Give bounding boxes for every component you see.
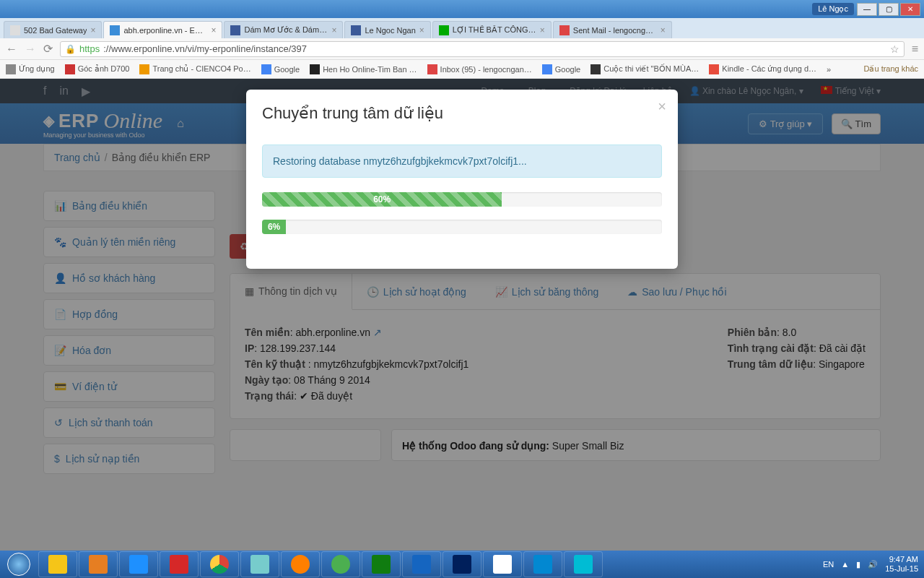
tab-gmail[interactable]: Sent Mail - lengocngan@g…× bbox=[553, 21, 672, 38]
maximize-button[interactable]: ▢ bbox=[879, 3, 899, 16]
bookmark-item[interactable]: Trang chủ - CIENCO4 Po… bbox=[139, 64, 250, 74]
taskbar-chrome[interactable] bbox=[200, 551, 239, 577]
forward-button[interactable]: → bbox=[25, 43, 36, 56]
taskbar-app[interactable] bbox=[79, 551, 118, 577]
transfer-dc-modal: × Chuyển trung tâm dữ liệu Restoring dat… bbox=[246, 90, 678, 269]
taskbar-app[interactable] bbox=[240, 551, 279, 577]
tab-facebook-2[interactable]: Le Ngoc Ngan× bbox=[344, 21, 430, 38]
tab-article[interactable]: LỢI THẾ BẤT CÔNG _ Tí…× bbox=[432, 21, 552, 38]
bookmark-item[interactable]: Cuộc thi viết "BỐN MÙA… bbox=[590, 64, 699, 74]
window-titlebar: Lê Ngọc — ▢ ✕ bbox=[0, 0, 924, 18]
tray-volume-icon[interactable]: 🔊 bbox=[868, 560, 878, 569]
tray-up-icon[interactable]: ▲ bbox=[841, 560, 849, 569]
taskbar-app[interactable] bbox=[160, 551, 199, 577]
apps-shortcut[interactable]: Ứng dụng bbox=[6, 64, 55, 74]
progress-step: 6% bbox=[262, 220, 662, 234]
bookmark-item[interactable]: Google bbox=[542, 64, 580, 74]
close-icon[interactable]: × bbox=[331, 25, 336, 35]
minimize-button[interactable]: — bbox=[857, 3, 877, 16]
url-input[interactable] bbox=[103, 43, 886, 54]
tab-erp-instance[interactable]: abh.erponline.vn - ERPOnli…× bbox=[103, 21, 222, 38]
bookmark-item[interactable]: Google bbox=[261, 64, 300, 74]
modal-close-button[interactable]: × bbox=[658, 98, 666, 115]
system-tray: EN ▲ ▮ 🔊 9:47 AM15-Jul-15 bbox=[823, 555, 924, 574]
address-bar[interactable]: 🔒 https ☆ bbox=[60, 41, 905, 57]
browser-tabstrip: 502 Bad Gateway× abh.erponline.vn - ERPO… bbox=[0, 18, 924, 38]
taskbar-word[interactable] bbox=[402, 551, 441, 577]
close-icon[interactable]: × bbox=[90, 25, 95, 35]
start-button[interactable] bbox=[0, 551, 38, 578]
bookmark-item[interactable]: Kindle - Các ứng dụng d… bbox=[709, 64, 816, 74]
tray-lang[interactable]: EN bbox=[823, 560, 834, 569]
taskbar-teamviewer[interactable] bbox=[523, 551, 562, 577]
browser-toolbar: ← → ⟳ 🔒 https ☆ ≡ bbox=[0, 38, 924, 60]
taskbar-excel[interactable] bbox=[362, 551, 401, 577]
close-icon[interactable]: × bbox=[419, 25, 424, 35]
modal-title: Chuyển trung tâm dữ liệu bbox=[262, 104, 662, 123]
modal-status-alert: Restoring database nmytz6hzufgbjkekmcvk7… bbox=[262, 144, 662, 178]
tray-network-icon[interactable]: ▮ bbox=[856, 560, 860, 569]
bookmark-item[interactable]: Góc ảnh D700 bbox=[65, 64, 130, 74]
bookmark-item[interactable]: Inbox (95) - lengocngan… bbox=[427, 64, 532, 74]
reload-button[interactable]: ⟳ bbox=[43, 42, 53, 56]
taskbar-app[interactable] bbox=[38, 551, 77, 577]
bookmark-item[interactable]: Hen Ho Online-Tim Ban … bbox=[310, 64, 417, 74]
chrome-menu-icon[interactable]: ≡ bbox=[912, 43, 918, 56]
windows-user-chip: Lê Ngọc bbox=[812, 3, 854, 15]
bookmarks-overflow[interactable]: » bbox=[827, 65, 831, 74]
progress-overall-bar: 60% bbox=[262, 192, 502, 207]
bookmarks-bar: Ứng dụng Góc ảnh D700 Trang chủ - CIENCO… bbox=[0, 60, 924, 79]
other-bookmarks[interactable]: Dấu trang khác bbox=[861, 64, 918, 74]
https-label: https bbox=[79, 43, 100, 54]
windows-taskbar: EN ▲ ▮ 🔊 9:47 AM15-Jul-15 bbox=[0, 551, 924, 578]
taskbar-app[interactable] bbox=[119, 551, 158, 577]
windows-logo-icon bbox=[7, 553, 30, 576]
taskbar-app[interactable] bbox=[321, 551, 360, 577]
close-icon[interactable]: × bbox=[540, 25, 545, 35]
taskbar-app[interactable] bbox=[564, 551, 603, 577]
tab-bad-gateway[interactable]: 502 Bad Gateway× bbox=[4, 21, 102, 38]
taskbar-firefox[interactable] bbox=[281, 551, 320, 577]
back-button[interactable]: ← bbox=[6, 43, 17, 56]
taskbar-photoshop[interactable] bbox=[443, 551, 481, 577]
tray-clock[interactable]: 9:47 AM15-Jul-15 bbox=[885, 555, 918, 574]
bookmark-star-icon[interactable]: ☆ bbox=[890, 43, 899, 55]
lock-icon: 🔒 bbox=[65, 44, 76, 54]
close-window-button[interactable]: ✕ bbox=[900, 3, 920, 16]
window-controls: — ▢ ✕ bbox=[857, 3, 920, 16]
tab-facebook-1[interactable]: Dám Mơ Ước & Dám Thành…× bbox=[224, 21, 343, 38]
progress-step-bar: 6% bbox=[262, 220, 286, 234]
close-icon[interactable]: × bbox=[661, 25, 666, 35]
progress-overall: 60% bbox=[262, 192, 662, 207]
close-icon[interactable]: × bbox=[211, 25, 216, 35]
taskbar-app[interactable] bbox=[483, 551, 522, 577]
